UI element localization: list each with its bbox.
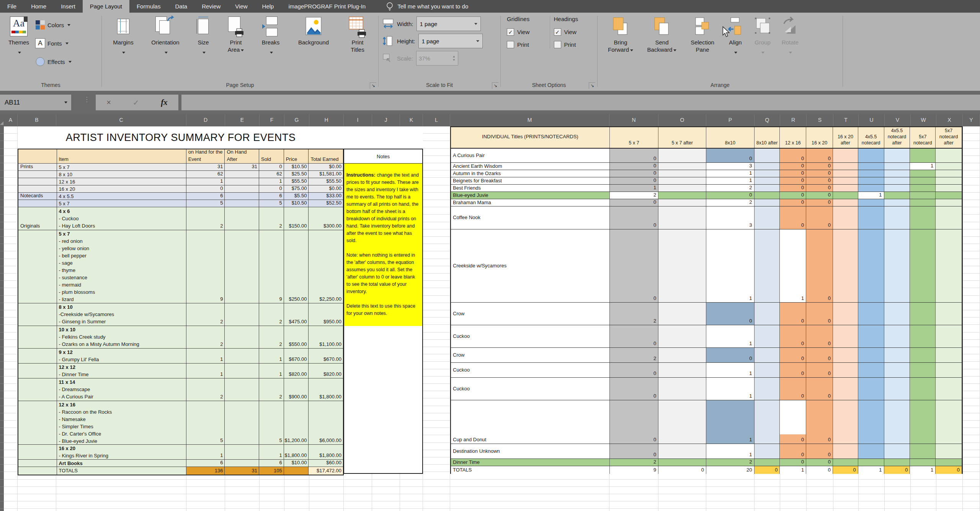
count-cell[interactable]: 2 [610, 303, 659, 325]
price-cell[interactable]: $670.00 [284, 349, 309, 363]
price-cell[interactable]: $150.00 [284, 207, 309, 230]
count-cell[interactable]: 0 [610, 177, 659, 184]
category-cell[interactable] [18, 401, 57, 444]
sold-cell[interactable]: 1 [259, 445, 284, 459]
count-cell[interactable] [884, 325, 910, 347]
count-cell[interactable]: 0 [806, 459, 833, 466]
count-cell[interactable]: 0 [780, 444, 806, 459]
count-cell[interactable] [755, 170, 780, 177]
count-cell[interactable] [658, 177, 706, 184]
count-cell[interactable] [910, 149, 936, 162]
total-cell[interactable]: $0.00 [309, 164, 343, 170]
total-cell[interactable]: $300.00 [309, 207, 343, 230]
on-hand-cell[interactable]: 62 [186, 171, 225, 178]
spinner-arrows-icon[interactable]: ▲▼ [452, 56, 456, 61]
count-cell[interactable]: 0 [706, 348, 755, 362]
count-cell[interactable] [658, 459, 706, 466]
count-cell[interactable] [858, 177, 884, 184]
on-hand-cell[interactable]: 1 [186, 178, 225, 185]
category-cell[interactable] [18, 364, 57, 378]
effects-button[interactable]: Effects [35, 54, 72, 69]
right-table-title[interactable]: INDIVIDUAL Titles (PRINTS/NOTECARDS) [451, 127, 610, 148]
count-cell[interactable] [884, 185, 910, 192]
count-cell[interactable] [833, 229, 858, 302]
count-cell[interactable]: 0 [806, 177, 833, 184]
column-header-W[interactable]: W [911, 114, 936, 126]
price-cell[interactable]: $1,800.00 [284, 445, 309, 459]
count-cell[interactable]: 1 [706, 400, 755, 444]
count-cell[interactable]: 1 [610, 185, 659, 192]
count-cell[interactable]: 1 [706, 170, 755, 177]
category-cell[interactable] [18, 445, 57, 459]
title-cell[interactable]: Beignets for Breakfast [451, 177, 610, 184]
count-cell[interactable]: 0 [610, 170, 659, 177]
after-cell[interactable]: 31 [225, 467, 259, 475]
count-cell[interactable]: 1 [910, 466, 936, 474]
print-area-button[interactable]: PrintArea [218, 15, 253, 77]
count-cell[interactable]: 0 [806, 192, 833, 199]
column-header-O[interactable]: O [658, 114, 706, 126]
column-header-D[interactable]: D [186, 114, 225, 126]
left-col-header[interactable]: Price [284, 149, 309, 163]
count-cell[interactable]: 0 [806, 185, 833, 192]
category-cell[interactable]: Notecards [18, 193, 57, 200]
sold-cell[interactable]: 5 [259, 401, 284, 444]
headings-view-checkbox[interactable]: ✓View [554, 28, 595, 36]
count-cell[interactable] [884, 459, 910, 466]
price-cell[interactable]: $25.50 [284, 171, 309, 178]
fonts-button[interactable]: AFonts [35, 36, 72, 51]
right-col-header-O[interactable]: 5 x 7 after [658, 127, 706, 148]
sold-cell[interactable]: 6 [259, 193, 284, 200]
right-col-header-T[interactable]: 16 x 20 after [833, 127, 858, 148]
count-cell[interactable]: 0 [780, 303, 806, 325]
on-hand-cell[interactable]: 1 [186, 445, 225, 459]
column-header-R[interactable]: R [780, 114, 807, 126]
count-cell[interactable] [884, 149, 910, 162]
sold-cell[interactable]: 2 [259, 326, 284, 348]
count-cell[interactable] [755, 303, 780, 325]
column-header-G[interactable]: G [284, 114, 309, 126]
category-cell[interactable]: Prints [18, 164, 57, 170]
count-cell[interactable] [936, 185, 962, 192]
count-cell[interactable] [833, 163, 858, 170]
category-cell[interactable] [18, 230, 57, 303]
bring-forward-button[interactable]: BringForward [601, 15, 640, 77]
count-cell[interactable] [755, 229, 780, 302]
count-cell[interactable]: 0 [610, 325, 659, 347]
count-cell[interactable] [833, 348, 858, 362]
price-cell[interactable]: $10.50 [284, 164, 309, 170]
total-cell[interactable]: $0.00 [309, 185, 343, 192]
count-cell[interactable] [884, 199, 910, 206]
total-cell[interactable]: $1,581.00 [309, 171, 343, 178]
count-cell[interactable]: 0 [780, 400, 806, 444]
orientation-button[interactable]: Orientation [142, 15, 188, 77]
count-cell[interactable]: 0 [806, 170, 833, 177]
item-cell[interactable]: 5 x 7 [57, 200, 186, 207]
count-cell[interactable] [755, 192, 780, 199]
category-cell[interactable] [18, 185, 57, 192]
count-cell[interactable]: 2 [706, 185, 755, 192]
count-cell[interactable] [936, 378, 962, 400]
sold-cell[interactable]: 2 [259, 303, 284, 326]
count-cell[interactable] [884, 163, 910, 170]
on-hand-cell[interactable]: 0 [186, 185, 225, 192]
count-cell[interactable] [755, 199, 780, 206]
count-cell[interactable]: 1 [706, 363, 755, 377]
count-cell[interactable] [658, 206, 706, 229]
count-cell[interactable]: 0 [780, 177, 806, 184]
on-hand-cell[interactable]: 136 [186, 467, 225, 475]
tab-data[interactable]: Data [168, 0, 194, 13]
sold-cell[interactable]: 62 [259, 171, 284, 178]
count-cell[interactable] [833, 177, 858, 184]
count-cell[interactable] [936, 459, 962, 466]
column-header-X[interactable]: X [936, 114, 963, 126]
count-cell[interactable]: 0 [806, 348, 833, 362]
count-cell[interactable] [858, 325, 884, 347]
count-cell[interactable]: 0 [806, 378, 833, 400]
count-cell[interactable] [858, 363, 884, 377]
count-cell[interactable]: 0 [806, 303, 833, 325]
title-cell[interactable]: Cuckoo [451, 325, 610, 347]
category-cell[interactable] [18, 171, 57, 178]
count-cell[interactable] [858, 199, 884, 206]
sold-cell[interactable]: 1 [259, 178, 284, 185]
